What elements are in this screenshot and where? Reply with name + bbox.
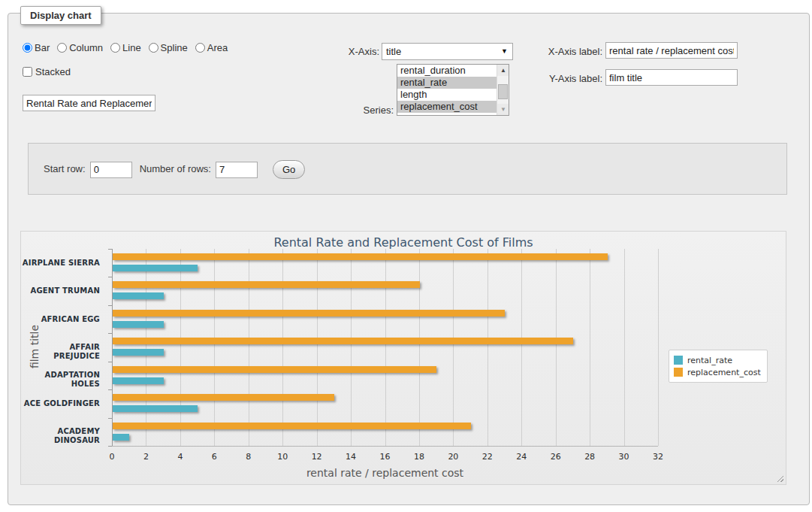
- chart-type-radio-area[interactable]: [195, 43, 205, 53]
- bar-replacement_cost[interactable]: [113, 423, 471, 429]
- chart-container: Rental Rate and Replacement Cost of Film…: [20, 231, 786, 485]
- bar-replacement_cost[interactable]: [113, 394, 334, 401]
- gridline: [214, 249, 215, 446]
- chart-type-option-area[interactable]: Area: [195, 42, 228, 53]
- chart-type-option-line[interactable]: Line: [110, 42, 141, 53]
- category-label: AIRPLANE SIERRA: [21, 259, 107, 268]
- gridline: [590, 249, 590, 446]
- y-axis-tick: [108, 362, 112, 362]
- gridline: [317, 249, 318, 446]
- category-label: ACADEMY DINOSAUR: [21, 427, 107, 445]
- x-tick-label: 18: [406, 452, 432, 462]
- category-label: ACE GOLDFINGER: [21, 399, 107, 408]
- x-tick-label: 28: [577, 452, 602, 462]
- series-listbox[interactable]: rental_durationrental_ratelengthreplacem…: [397, 64, 509, 116]
- rows-panel: Start row:Number of rows:Go: [28, 143, 787, 195]
- bar-rental_rate[interactable]: [113, 405, 198, 412]
- resize-handle-icon[interactable]: [775, 474, 783, 482]
- bar-replacement_cost[interactable]: [113, 338, 573, 344]
- bar-replacement_cost[interactable]: [113, 253, 608, 260]
- y-axis-tick: [108, 418, 112, 419]
- x-axis-select-value: title: [386, 46, 401, 57]
- chart-title-input[interactable]: [23, 95, 155, 111]
- gridline: [521, 249, 522, 446]
- x-axis-select[interactable]: title ▼: [382, 43, 513, 60]
- chart-type-option-spline[interactable]: Spline: [149, 42, 188, 53]
- legend-swatch: [674, 368, 683, 377]
- x-tick-label: 0: [99, 452, 125, 462]
- bar-rental_rate[interactable]: [113, 292, 164, 299]
- series-option-replacement_cost[interactable]: replacement_cost: [397, 101, 497, 113]
- chart-type-option-bar[interactable]: Bar: [23, 42, 50, 53]
- stacked-label: Stacked: [35, 66, 71, 77]
- chart-type-option-column[interactable]: Column: [57, 42, 103, 53]
- num-rows-label: Number of rows:: [140, 163, 211, 174]
- x-tick-label: 6: [201, 452, 227, 462]
- x-tick-label: 14: [338, 452, 364, 462]
- gridline: [419, 249, 420, 446]
- y-axis-tick: [108, 389, 112, 390]
- stacked-row[interactable]: Stacked: [23, 66, 71, 77]
- scroll-down-icon[interactable]: ▼: [497, 104, 509, 115]
- x-tick-label: 26: [543, 452, 569, 462]
- gridline: [385, 249, 386, 446]
- x-axis-label-input[interactable]: [605, 42, 738, 59]
- bar-rental_rate[interactable]: [113, 349, 164, 356]
- legend-item-rental_rate[interactable]: rental_rate: [674, 354, 761, 366]
- bar-rental_rate[interactable]: [113, 434, 129, 441]
- bar-replacement_cost[interactable]: [113, 281, 420, 288]
- x-tick-label: 30: [611, 452, 637, 462]
- x-tick-label: 22: [475, 452, 500, 462]
- x-tick-label: 16: [373, 452, 398, 462]
- chart-type-radio-column[interactable]: [57, 43, 67, 53]
- y-axis-tick: [108, 305, 112, 306]
- legend-item-replacement_cost[interactable]: replacement_cost: [674, 366, 761, 378]
- num-rows-input[interactable]: [216, 162, 258, 178]
- x-tick-label: 2: [133, 452, 158, 462]
- category-label: AGENT TRUMAN: [21, 286, 107, 295]
- gridline: [453, 249, 454, 446]
- gridline: [488, 249, 488, 446]
- y-axis-line: [112, 249, 113, 446]
- bar-rental_rate[interactable]: [113, 377, 164, 384]
- bar-rental_rate[interactable]: [113, 265, 198, 271]
- chart-title: Rental Rate and Replacement Cost of Film…: [21, 235, 786, 250]
- gridline: [556, 249, 557, 446]
- x-tick-label: 32: [645, 452, 671, 462]
- bar-replacement_cost[interactable]: [113, 366, 436, 373]
- legend-label: rental_rate: [687, 356, 732, 365]
- y-axis-tick: [108, 249, 112, 250]
- stacked-label-wrap[interactable]: Stacked: [23, 66, 71, 77]
- x-tick-label: 10: [270, 452, 295, 462]
- gridline: [146, 249, 146, 446]
- series-option-length[interactable]: length: [397, 89, 497, 101]
- bar-replacement_cost[interactable]: [113, 310, 505, 317]
- start-row-input[interactable]: [90, 162, 132, 178]
- series-option-rental_duration[interactable]: rental_duration: [397, 65, 497, 77]
- rows-panel-inner: Start row:Number of rows:Go: [44, 159, 305, 179]
- gridline: [658, 249, 659, 446]
- legend-swatch: [674, 356, 683, 365]
- gridline: [249, 249, 249, 446]
- chart-legend: rental_ratereplacement_cost: [669, 350, 768, 383]
- bar-rental_rate[interactable]: [113, 321, 164, 328]
- chart-type-radio-spline[interactable]: [149, 43, 158, 53]
- x-tick-label: 8: [236, 452, 261, 462]
- chart-type-radio-line[interactable]: [110, 43, 120, 53]
- x-axis-line: [112, 446, 658, 447]
- go-button[interactable]: Go: [273, 160, 305, 179]
- gridline: [351, 249, 352, 446]
- start-row-label: Start row:: [44, 163, 86, 174]
- y-axis-label-input[interactable]: [605, 69, 738, 86]
- x-axis-select-label: X-Axis:: [315, 46, 379, 57]
- scroll-up-icon[interactable]: ▲: [497, 65, 509, 76]
- x-tick-label: 4: [168, 452, 193, 462]
- y-axis-tick: [108, 446, 112, 447]
- series-listbox-scrollbar[interactable]: ▲ ▼: [497, 65, 509, 115]
- gridline: [624, 249, 625, 446]
- gridline: [180, 249, 181, 446]
- series-option-rental_rate[interactable]: rental_rate: [397, 77, 497, 89]
- scrollbar-thumb[interactable]: [498, 84, 508, 99]
- chart-type-radio-bar[interactable]: [23, 43, 32, 53]
- stacked-checkbox[interactable]: [23, 67, 32, 77]
